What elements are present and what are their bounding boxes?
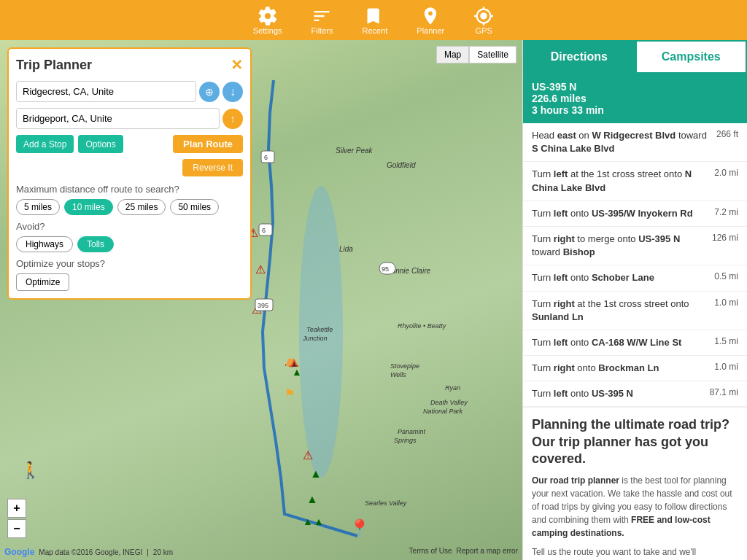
svg-text:Stovepipe: Stovepipe — [390, 362, 419, 370]
direction-0: Head east on W Ridgecrest Blvd toward S … — [523, 123, 747, 162]
gps-label: GPS — [476, 26, 492, 35]
svg-text:Goldfield: Goldfield — [387, 161, 416, 169]
tab-campsites[interactable]: Campsites — [635, 40, 748, 74]
gps-button[interactable]: GPS — [473, 6, 494, 35]
svg-text:▲: ▲ — [314, 516, 324, 527]
svg-text:6: 6 — [264, 154, 268, 161]
svg-text:Teakettle: Teakettle — [306, 326, 333, 333]
recent-label: Recent — [362, 26, 387, 35]
settings-button[interactable]: Settings — [253, 6, 282, 35]
avoid-highways-button[interactable]: Highways — [16, 236, 73, 252]
route-summary: US-395 N 226.6 miles 3 hours 33 min — [523, 74, 747, 123]
options-button[interactable]: Options — [78, 135, 123, 153]
optimize-label: Optimize your stops? — [16, 258, 243, 269]
map-attribution: Google Map data ©2016 Google, INEGI | 20… — [0, 547, 522, 557]
map-area[interactable]: ⚠ ⚠ ⚠ ⛺ ▲ ⚑ ⚠ ▲ ▲ ▲ ▲ 📍 Silver Peak Gold… — [0, 40, 522, 560]
direction-2: Turn left onto US-395/W Inyokern Rd 7.2 … — [523, 201, 747, 227]
reverse-row: Reverse It — [16, 159, 243, 176]
map-type-controls: Map Satellite — [436, 46, 516, 63]
promo-body: Our road trip planner is the best tool f… — [532, 474, 738, 540]
route-distance: 226.6 miles — [532, 93, 738, 104]
svg-text:Silver Peak: Silver Peak — [336, 147, 374, 155]
promo-title: Planning the ultimate road trip? Our tri… — [532, 416, 738, 467]
svg-text:Searles Valley: Searles Valley — [365, 499, 407, 507]
optimize-button[interactable]: Optimize — [16, 273, 69, 291]
tab-row: Directions Campsites — [523, 40, 747, 74]
reverse-button[interactable]: Reverse It — [182, 159, 243, 176]
direction-8: Turn left onto US-395 N 87.1 mi — [523, 381, 747, 407]
svg-text:▲: ▲ — [310, 467, 322, 480]
scale-label: 20 km — [153, 548, 173, 556]
map-view-button[interactable]: Map — [436, 46, 469, 63]
settings-label: Settings — [253, 26, 282, 35]
action-buttons-row: Add a Stop Options Plan Route — [16, 135, 243, 153]
direction-6: Turn left onto CA-168 W/W Line St 1.5 mi — [523, 330, 747, 356]
promo-footer: Tell us the route you want to take and w… — [532, 545, 738, 559]
svg-text:395: 395 — [258, 302, 268, 309]
google-logo: Google — [4, 547, 34, 557]
close-button[interactable]: ✕ — [231, 56, 243, 74]
svg-text:Lida: Lida — [339, 245, 353, 253]
direction-1: Turn left at the 1st cross street onto N… — [523, 162, 747, 201]
svg-text:⚠: ⚠ — [255, 263, 266, 276]
destination-input[interactable] — [16, 108, 220, 129]
filters-label: Filters — [311, 26, 333, 35]
trip-planner-panel: Trip Planner ✕ ⊕ ↓ ↑ Add a Stop Op — [7, 47, 252, 300]
filters-button[interactable]: Filters — [311, 6, 333, 35]
trip-planner-header: Trip Planner ✕ — [16, 56, 243, 74]
direction-4: Turn left onto Schober Lane 0.5 mi — [523, 265, 747, 291]
street-view-icon[interactable]: 🚶 — [20, 461, 40, 480]
svg-text:Panamint: Panamint — [398, 428, 426, 435]
distance-10mi[interactable]: 10 miles — [64, 199, 113, 215]
map-background: ⚠ ⚠ ⚠ ⛺ ▲ ⚑ ⚠ ▲ ▲ ▲ ▲ 📍 Silver Peak Gold… — [0, 40, 522, 560]
direction-7: Turn right onto Brockman Ln 1.0 mi — [523, 356, 747, 381]
satellite-view-button[interactable]: Satellite — [469, 46, 516, 63]
svg-text:▲: ▲ — [303, 516, 313, 527]
avoid-label: Avoid? — [16, 221, 243, 232]
locate-origin-button[interactable]: ⊕ — [199, 82, 220, 102]
svg-text:▲: ▲ — [292, 366, 302, 378]
zoom-controls: + − — [7, 499, 26, 538]
distance-50mi[interactable]: 50 miles — [170, 199, 219, 215]
add-stop-button[interactable]: Add a Stop — [16, 135, 74, 153]
planner-button[interactable]: Planner — [417, 6, 444, 35]
origin-input[interactable] — [16, 81, 196, 102]
destination-row: ↑ — [16, 108, 243, 129]
recent-button[interactable]: Recent — [362, 6, 387, 35]
direction-5: Turn right at the 1st cross street onto … — [523, 292, 747, 330]
avoid-buttons: Highways Tolls — [16, 236, 243, 252]
svg-text:📍: 📍 — [349, 518, 371, 539]
origin-row: ⊕ ↓ — [16, 81, 243, 102]
svg-text:Death Valley: Death Valley — [430, 399, 468, 406]
right-panel: Directions Campsites US-395 N 226.6 mile… — [522, 40, 747, 560]
zoom-in-button[interactable]: + — [7, 499, 26, 518]
distance-25mi[interactable]: 25 miles — [117, 199, 166, 215]
zoom-out-button[interactable]: − — [7, 519, 26, 538]
trip-planner-title: Trip Planner — [16, 58, 92, 73]
distance-buttons: 5 miles 10 miles 25 miles 50 miles — [16, 199, 243, 215]
locate-destination-button[interactable]: ↑ — [222, 109, 243, 129]
promo-section: Planning the ultimate road trip? Our tri… — [523, 407, 747, 560]
report-link[interactable]: Report a map error — [457, 547, 518, 557]
svg-text:6: 6 — [262, 227, 266, 234]
svg-text:Ryan: Ryan — [445, 384, 460, 392]
directions-list[interactable]: Head east on W Ridgecrest Blvd toward S … — [523, 123, 747, 560]
avoid-tolls-button[interactable]: Tolls — [77, 236, 114, 252]
svg-text:95: 95 — [382, 265, 389, 273]
distance-5mi[interactable]: 5 miles — [16, 199, 60, 215]
svg-text:Springs: Springs — [394, 437, 417, 444]
svg-text:National Park: National Park — [423, 408, 463, 415]
svg-text:▲: ▲ — [306, 493, 318, 505]
terms-link[interactable]: Terms of Use — [409, 547, 452, 557]
tab-directions[interactable]: Directions — [523, 40, 635, 74]
map-scale: | — [147, 548, 149, 556]
plan-route-button[interactable]: Plan Route — [173, 135, 243, 153]
route-name: US-395 N — [532, 81, 738, 93]
direction-3: Turn right to merge onto US-395 N toward… — [523, 227, 747, 265]
main-layout: ⚠ ⚠ ⚠ ⛺ ▲ ⚑ ⚠ ▲ ▲ ▲ ▲ 📍 Silver Peak Gold… — [0, 40, 747, 560]
svg-text:Wells: Wells — [390, 371, 406, 378]
svg-text:⚠: ⚠ — [303, 449, 313, 462]
planner-label: Planner — [417, 26, 444, 35]
swap-direction-button[interactable]: ↓ — [222, 82, 243, 102]
svg-text:⚑: ⚑ — [285, 387, 295, 400]
